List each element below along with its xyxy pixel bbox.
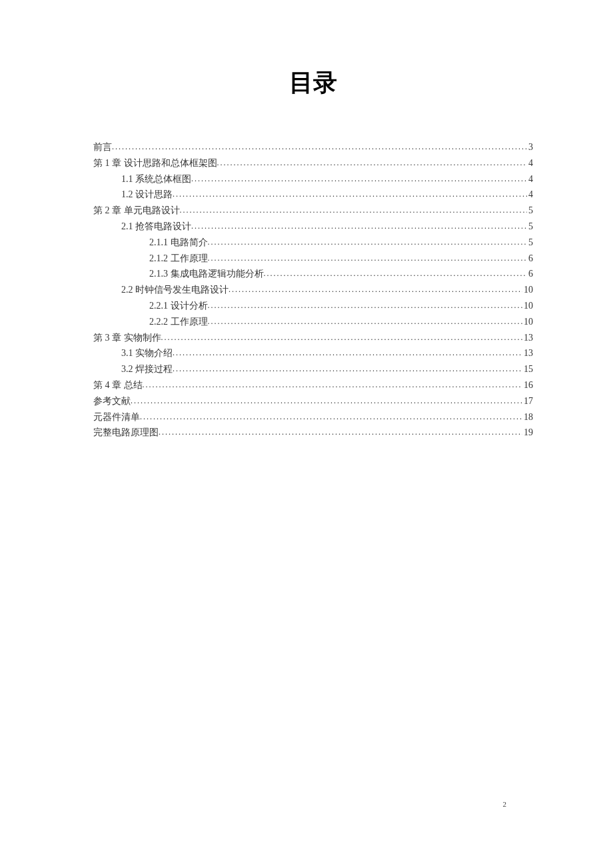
toc-leader-dots [217, 156, 528, 169]
toc-entry: 前言3 [93, 139, 533, 155]
toc-page-number: 4 [527, 155, 533, 171]
toc-page-number: 10 [522, 314, 533, 330]
toc-page-number: 10 [522, 298, 533, 314]
toc-leader-dots [264, 267, 528, 280]
toc-page-number: 5 [527, 235, 533, 251]
toc-page-number: 17 [522, 393, 533, 409]
toc-page-number: 13 [522, 345, 533, 361]
toc-entry: 第 2 章 单元电路设计5 [93, 203, 533, 219]
toc-entry: 2.1.2 工作原理6 [93, 251, 533, 267]
page-number: 2 [503, 800, 507, 808]
toc-page-number: 4 [527, 187, 533, 203]
toc-page-number: 3 [527, 139, 533, 155]
toc-label: 元器件清单 [93, 409, 140, 425]
toc-leader-dots [140, 410, 522, 423]
toc-leader-dots [229, 283, 522, 296]
toc-page-number: 19 [522, 425, 533, 441]
toc-entry: 第 1 章 设计思路和总体框架图4 [93, 155, 533, 171]
toc-leader-dots [208, 315, 523, 328]
toc-label: 前言 [93, 139, 112, 155]
toc-leader-dots [173, 362, 522, 375]
toc-entry: 第 3 章 实物制作13 [93, 330, 533, 346]
toc-label: 2.1 抢答电路设计 [121, 219, 191, 235]
document-page: 目录 前言3第 1 章 设计思路和总体框架图41.1 系统总体框图41.2 设计… [0, 0, 613, 441]
toc-leader-dots [208, 235, 528, 249]
toc-entry: 3.2 焊接过程15 [93, 361, 533, 377]
toc-label: 2.2.2 工作原理 [149, 314, 208, 330]
toc-page-number: 5 [527, 219, 533, 235]
toc-entry: 3.1 实物介绍13 [93, 345, 533, 361]
toc-leader-dots [208, 299, 523, 312]
toc-entry: 2.2.2 工作原理10 [93, 314, 533, 330]
toc-page-number: 4 [527, 171, 533, 187]
toc-entry: 2.2 时钟信号发生电路设计10 [93, 282, 533, 298]
toc-label: 2.2 时钟信号发生电路设计 [121, 282, 229, 298]
toc-page-number: 16 [522, 377, 533, 393]
toc-page-number: 6 [527, 266, 533, 282]
toc-label: 第 2 章 单元电路设计 [93, 203, 180, 219]
toc-page-number: 10 [522, 282, 533, 298]
toc-label: 3.2 焊接过程 [121, 361, 173, 377]
toc-label: 2.1.1 电路简介 [149, 235, 208, 251]
toc-leader-dots [191, 219, 527, 233]
toc-leader-dots [208, 251, 528, 265]
toc-leader-dots [143, 378, 523, 391]
toc-entry: 1.2 设计思路4 [93, 187, 533, 203]
toc-leader-dots [191, 172, 527, 185]
toc-label: 第 1 章 设计思路和总体框架图 [93, 155, 217, 171]
toc-leader-dots [173, 187, 527, 201]
toc-label: 第 3 章 实物制作 [93, 330, 161, 346]
toc-label: 1.1 系统总体框图 [121, 171, 191, 187]
toc-label: 2.2.1 设计分析 [149, 298, 208, 314]
toc-leader-dots [159, 425, 522, 439]
toc-label: 完整电路原理图 [93, 425, 159, 441]
toc-entry: 1.1 系统总体框图4 [93, 171, 533, 187]
toc-page-number: 5 [527, 203, 533, 219]
page-title: 目录 [93, 67, 533, 99]
toc-entry: 2.1.1 电路简介5 [93, 235, 533, 251]
toc-page-number: 13 [522, 330, 533, 346]
toc-entry: 完整电路原理图19 [93, 425, 533, 441]
toc-leader-dots [131, 394, 522, 407]
toc-entry: 2.1 抢答电路设计5 [93, 219, 533, 235]
toc-entry: 参考文献17 [93, 393, 533, 409]
toc-label: 参考文献 [93, 393, 131, 409]
toc-leader-dots [180, 203, 528, 217]
toc-leader-dots [112, 140, 527, 153]
toc-leader-dots [161, 331, 523, 344]
toc-label: 第 4 章 总结 [93, 377, 143, 393]
toc-leader-dots [173, 346, 522, 359]
toc-entry: 元器件清单18 [93, 409, 533, 425]
toc-page-number: 6 [527, 251, 533, 267]
toc-entry: 第 4 章 总结16 [93, 377, 533, 393]
toc-label: 2.1.2 工作原理 [149, 251, 208, 267]
toc-page-number: 18 [522, 409, 533, 425]
toc-entry: 2.1.3 集成电路逻辑功能分析6 [93, 266, 533, 282]
toc-page-number: 15 [522, 361, 533, 377]
toc-entry: 2.2.1 设计分析10 [93, 298, 533, 314]
toc-label: 1.2 设计思路 [121, 187, 173, 203]
table-of-contents: 前言3第 1 章 设计思路和总体框架图41.1 系统总体框图41.2 设计思路4… [93, 139, 533, 441]
toc-label: 3.1 实物介绍 [121, 345, 173, 361]
toc-label: 2.1.3 集成电路逻辑功能分析 [149, 266, 264, 282]
